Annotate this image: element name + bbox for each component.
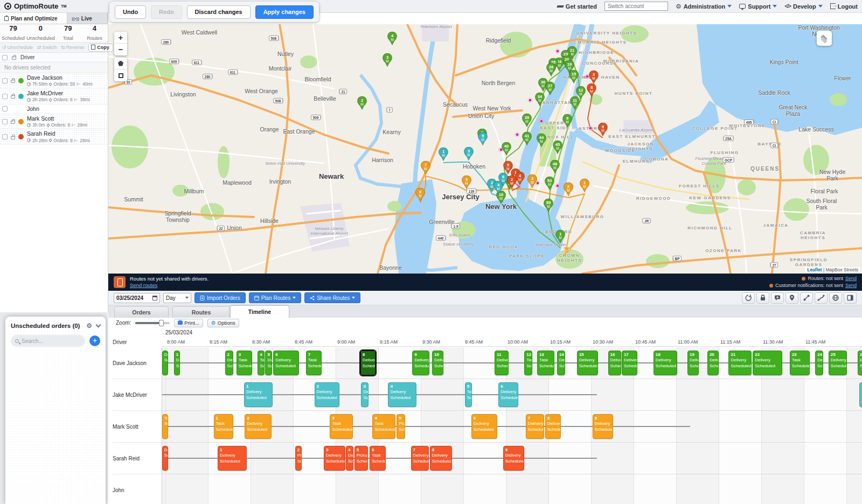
map-marker[interactable]: 11M	[570, 96, 580, 113]
timeline-task-block[interactable]: 9DeliveryScheduled	[412, 351, 429, 375]
driver-checkbox[interactable]	[2, 78, 8, 83]
timeline-task-block[interactable]: 13TaskScheduled	[537, 351, 554, 375]
map-marker[interactable]: 15M	[569, 70, 579, 86]
timeline-task-block[interactable]: 4DeliveryScheduled	[388, 382, 416, 407]
gear-icon[interactable]: ⚙	[86, 322, 92, 330]
driver-checkbox[interactable]	[2, 119, 8, 124]
map-marker[interactable]: 8M	[415, 188, 426, 204]
refresh-button[interactable]	[742, 292, 755, 304]
timeline-task-block[interactable]: 3TaskScheduled	[237, 351, 252, 375]
map-marker[interactable]: 4M	[387, 32, 398, 48]
timeline-task-block[interactable]: 6DeliveryScheduled	[471, 414, 497, 439]
timeline-task-block[interactable]: 11DeliveryScheduled	[495, 351, 509, 375]
unschedule-button[interactable]: ↺Unschedule	[2, 45, 33, 50]
map-marker[interactable]: 2M	[564, 183, 574, 199]
timeline-task-block[interactable]: 10DeliveryScheduled	[432, 351, 443, 375]
driver-checkbox[interactable]	[2, 134, 8, 139]
map-marker[interactable]: 1M	[439, 148, 449, 164]
import-orders-button[interactable]: Import Orders	[194, 292, 246, 303]
timeline-task-block[interactable]: 6DeliveryScheduled	[498, 382, 518, 407]
timeline-task-block[interactable]: 8DeliveryScheduled	[430, 446, 452, 471]
side-panel-button[interactable]	[844, 292, 857, 304]
timeline-task-block[interactable]: 21DeliveryScheduled	[728, 351, 751, 375]
timeline-task-block[interactable]: 7DeliveryScheduled	[411, 446, 429, 471]
timeline-task-block[interactable]: 25DeliveryScheduled	[829, 351, 847, 375]
lock-icon[interactable]	[11, 80, 15, 83]
map-marker[interactable]: 45M	[553, 141, 563, 157]
map-marker[interactable]: 8M	[562, 114, 573, 130]
leaflet-link[interactable]: Leaflet	[807, 267, 822, 272]
timeline-task-block[interactable]: 5PickupScheduled	[354, 446, 368, 471]
map-marker[interactable]: 53M	[545, 177, 555, 193]
lock-icon[interactable]	[11, 121, 15, 124]
logout-button[interactable]: Logout	[830, 3, 858, 10]
send-routes-link[interactable]: Send routes	[130, 282, 157, 288]
timeline-task-block[interactable]: 15DeliveryScheduled	[577, 351, 599, 375]
map-marker[interactable]: 3M	[383, 53, 393, 69]
tab-plan-and-optimize[interactable]: Plan and Optimize	[0, 13, 67, 24]
zoom-out-button[interactable]: −	[114, 44, 127, 55]
develop-menu[interactable]: </>Develop	[784, 3, 822, 10]
chevron-down-icon[interactable]	[96, 323, 101, 328]
driver-checkbox[interactable]	[2, 106, 8, 111]
timeline-task-block[interactable]: 3DeliveryScheduled	[324, 446, 345, 471]
globe-button[interactable]	[829, 292, 842, 304]
select-all-checkbox[interactable]	[2, 55, 8, 60]
timeline-zoom-slider[interactable]	[135, 322, 170, 324]
slider-handle[interactable]	[159, 320, 164, 326]
zoom-in-button[interactable]: +	[114, 32, 127, 44]
tab-live[interactable]: ((•))Live	[67, 13, 108, 24]
map-marker[interactable]: 9M	[462, 176, 472, 192]
map-marker[interactable]: 5M	[478, 132, 488, 148]
tab-routes[interactable]: Routes	[172, 306, 230, 318]
timeline-task-block[interactable]: 4TaskScheduled	[372, 414, 395, 439]
timeline-task-block[interactable]: 20DeliveryScheduled	[707, 351, 719, 375]
route-stops-button[interactable]	[800, 292, 813, 304]
timeline-task-block[interactable]: 7DeliveryScheduled	[526, 414, 544, 439]
timeline-task-block[interactable]: 2DeliveryScheduled	[225, 351, 234, 375]
driver-row[interactable]: John	[0, 104, 108, 114]
search-input[interactable]: Search...	[11, 335, 85, 347]
polygon-select-button[interactable]	[114, 58, 127, 69]
feedback-button[interactable]: ★	[771, 292, 784, 304]
map-marker[interactable]: 7M	[421, 161, 431, 177]
timeline-task-block[interactable]: 24DeliveryScheduled	[815, 351, 823, 375]
support-menu[interactable]: Support	[739, 3, 777, 10]
map-marker[interactable]: 9M	[598, 123, 608, 139]
timeline-task-block[interactable]: 18DeliveryScheduled	[654, 351, 677, 375]
driver-row[interactable]: Mark Scott3h 0mOrders: 9⊢29mi	[0, 114, 108, 130]
map-marker[interactable]: 3M	[464, 147, 474, 163]
apply-changes-button[interactable]: Apply changes	[255, 5, 314, 19]
timeline-task-block[interactable]: 2DeliveryScheduled	[245, 414, 272, 439]
map-marker[interactable]: 27M	[545, 82, 555, 98]
timeline-task-block[interactable]: 19DeliveryScheduled	[687, 351, 699, 375]
timeline-task-block[interactable]: 4DeliveryScheduled	[346, 446, 353, 471]
map-marker[interactable]: 4M	[515, 172, 525, 188]
map-marker[interactable]: 40M	[502, 142, 512, 158]
timeline-task-block[interactable]: 5DeliveryScheduled	[265, 351, 272, 375]
plan-routes-button[interactable]: Plan Routes	[249, 292, 301, 303]
timeline-task-block[interactable]: 5PickupScheduled	[397, 414, 405, 439]
timeline-task-block[interactable]: 26DeliveryScheduled	[858, 351, 862, 375]
timeline-task-block[interactable]: 8DeliveryScheduled	[545, 414, 561, 439]
map-marker[interactable]: 55M	[544, 199, 554, 215]
print-button[interactable]: Print...	[174, 319, 203, 327]
timeline-task-block[interactable]: 5TaskScheduled	[465, 382, 472, 407]
undo-button[interactable]: Undo	[115, 5, 146, 19]
timeline-task-block[interactable]: 12TaskScheduled	[524, 351, 532, 375]
map-marker[interactable]: 2M	[357, 96, 367, 113]
timeline-task-block[interactable]: 1TaskScheduled	[214, 414, 234, 439]
timeline-task-block[interactable]: 3DeliveryScheduled	[361, 382, 368, 407]
switch-button[interactable]: ⇄Switch	[37, 45, 57, 50]
timeline-task-block[interactable]: TaskScheduled	[162, 414, 168, 439]
timeline-task-block[interactable]: 2DeliveryScheduled	[315, 382, 339, 407]
timeline-task-block[interactable]: DeliveryScheduled	[162, 351, 168, 375]
timeline-task-block[interactable]: 6TaskScheduled	[370, 446, 385, 471]
timeline-task-block[interactable]: DeliveryScheduled	[859, 382, 862, 407]
options-button[interactable]: ⚙Options	[207, 319, 239, 327]
map-marker[interactable]: 48M	[550, 160, 560, 176]
timeline-task-block[interactable]: 17DeliveryScheduled	[622, 351, 637, 375]
timeline-task-block[interactable]: 8DeliveryScheduled	[360, 351, 376, 375]
timeline-task-block[interactable]: 6DeliveryScheduled	[273, 351, 298, 375]
copy-button[interactable]: Copy	[88, 44, 113, 52]
